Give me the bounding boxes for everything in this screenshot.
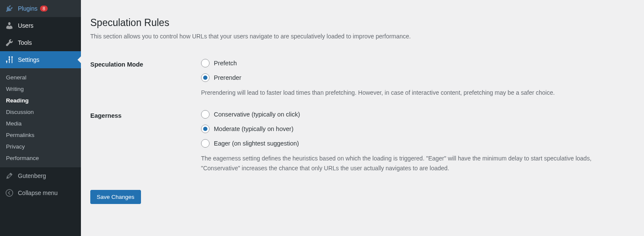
- eagerness-option-moderate[interactable]: Moderate (typically on hover): [201, 125, 630, 133]
- radio-label: Prerender: [214, 74, 241, 81]
- sidebar-item-gutenberg[interactable]: Gutenberg: [0, 167, 81, 184]
- radio-input[interactable]: [201, 125, 210, 133]
- sidebar-collapse[interactable]: Collapse menu: [0, 184, 81, 201]
- eagerness-option-eager[interactable]: Eager (on slightest suggestion): [201, 139, 630, 148]
- submenu-item-writing[interactable]: Writing: [0, 83, 81, 95]
- eagerness-label: Eagerness: [90, 104, 197, 179]
- sidebar-item-users[interactable]: Users: [0, 17, 81, 34]
- submenu-item-reading[interactable]: Reading: [0, 95, 81, 106]
- sidebar-item-label: Collapse menu: [18, 189, 58, 196]
- sidebar-item-tools[interactable]: Tools: [0, 34, 81, 51]
- mode-option-prefetch[interactable]: Prefetch: [201, 59, 630, 67]
- submenu-item-general[interactable]: General: [0, 72, 81, 83]
- mode-option-prerender[interactable]: Prerender: [201, 73, 630, 82]
- sidebar-item-settings[interactable]: Settings: [0, 51, 81, 68]
- sidebar-item-label: Settings: [18, 56, 40, 63]
- sliders-icon: [5, 55, 14, 64]
- submenu-item-performance[interactable]: Performance: [0, 152, 81, 164]
- sidebar-item-plugins[interactable]: Plugins 8: [0, 0, 81, 17]
- page-title: Speculation Rules: [90, 17, 635, 29]
- radio-input[interactable]: [201, 59, 210, 67]
- admin-sidebar: Plugins 8 Users Tools Settings General W…: [0, 0, 81, 236]
- radio-input[interactable]: [201, 139, 210, 148]
- settings-submenu: General Writing Reading Discussion Media…: [0, 68, 81, 167]
- submenu-item-media[interactable]: Media: [0, 118, 81, 129]
- plugins-badge: 8: [40, 6, 48, 12]
- mode-label: Speculation Mode: [90, 52, 197, 104]
- mode-help: Prerendering will lead to faster load ti…: [201, 88, 618, 97]
- radio-input[interactable]: [201, 110, 210, 119]
- collapse-icon: [5, 189, 14, 197]
- eagerness-help: The eagerness setting defines the heuris…: [201, 154, 618, 173]
- page-description: This section allows you to control how U…: [90, 33, 635, 40]
- sidebar-item-label: Plugins: [18, 5, 37, 12]
- radio-input[interactable]: [201, 73, 210, 82]
- radio-label: Conservative (typically on click): [214, 111, 300, 118]
- sidebar-item-label: Tools: [18, 39, 32, 46]
- plugin-icon: [5, 4, 14, 13]
- radio-label: Eager (on slightest suggestion): [214, 140, 299, 147]
- radio-label: Prefetch: [214, 60, 237, 67]
- wrench-icon: [5, 38, 14, 47]
- eagerness-option-conservative[interactable]: Conservative (typically on click): [201, 110, 630, 119]
- svg-point-0: [6, 189, 13, 196]
- sidebar-item-label: Users: [18, 22, 34, 29]
- sidebar-footer: Gutenberg Collapse menu: [0, 167, 81, 201]
- user-icon: [5, 21, 14, 30]
- pencil-icon: [5, 172, 14, 180]
- settings-form: Speculation Mode Prefetch Prerender Prer…: [90, 52, 635, 179]
- submenu-item-discussion[interactable]: Discussion: [0, 106, 81, 118]
- submenu-item-privacy[interactable]: Privacy: [0, 141, 81, 152]
- main-content: Speculation Rules This section allows yo…: [81, 0, 644, 236]
- submenu-item-permalinks[interactable]: Permalinks: [0, 129, 81, 141]
- sidebar-item-label: Gutenberg: [18, 172, 46, 179]
- radio-label: Moderate (typically on hover): [214, 125, 293, 132]
- save-button[interactable]: Save Changes: [90, 190, 141, 204]
